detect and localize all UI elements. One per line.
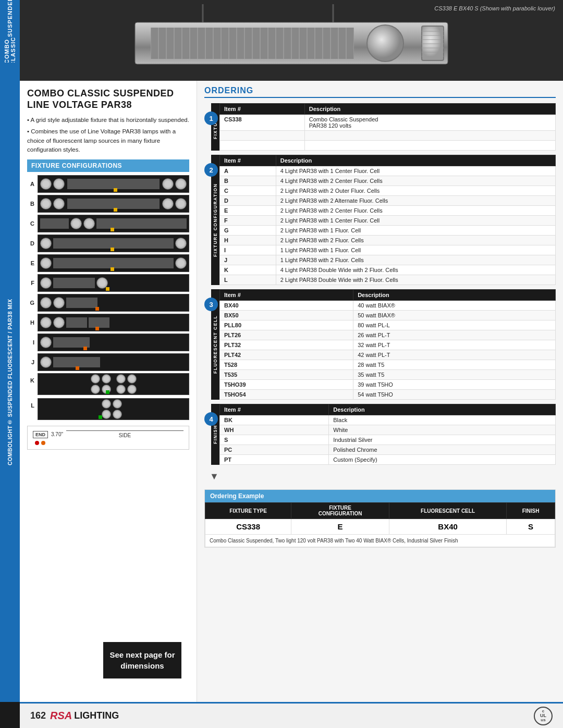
dot-red: [35, 441, 39, 445]
svg-point-32: [367, 25, 403, 61]
finish-table: Item # Description BKBlackWHWhiteSIndust…: [219, 404, 556, 465]
config-row-c: C: [27, 214, 189, 233]
fixture-vert-label: FIXTURE: [211, 103, 219, 151]
table-row: C2 Light PAR38 with 2 Outer Fluor. Cells: [220, 186, 556, 196]
ordering-example-header: Ordering Example: [205, 490, 555, 502]
section-1-number: 1: [204, 112, 218, 125]
fluor-header-item: Item #: [220, 290, 353, 301]
table-row: T52828 watt T5: [220, 360, 556, 370]
example-val-config: E: [291, 519, 389, 535]
finish-header-desc: Description: [329, 404, 556, 415]
table-row: BKBlack: [220, 415, 556, 425]
example-col-finish: FINISH: [507, 503, 555, 519]
table-row: A4 Light PAR38 with 1 Center Fluor. Cell: [220, 166, 556, 176]
example-col-fixture-config: FIXTURECONFIGURATION: [291, 503, 389, 519]
product-title: COMBO CLASSIC SUSPENDED LINE VOLTAGE PAR…: [27, 88, 189, 110]
content-body: COMBO CLASSIC SUSPENDED LINE VOLTAGE PAR…: [20, 81, 563, 702]
example-col-fixture-type: FIXTURE TYPE: [205, 503, 291, 519]
table-row: B4 Light PAR38 with 2 Center Fluor. Cell…: [220, 176, 556, 186]
right-panel: ORDERING 1 FIXTURE Item # Description CS…: [197, 81, 563, 702]
table-row: I1 Light PAR38 with 1 Fluor. Cell: [220, 245, 556, 255]
dim-side-label: SIDE: [119, 433, 131, 438]
config-row-k: K: [27, 373, 189, 397]
table-row: T5HO5454 watt T5HO: [220, 390, 556, 400]
sidebar-top-label: COMBO CLASSIC SUSPENDED: [0, 0, 20, 63]
table-row: G2 Light PAR38 with 1 Fluor. Cell: [220, 226, 556, 236]
fixture-header-desc: Description: [304, 104, 555, 115]
config-row-l: L: [27, 398, 189, 422]
config-row-h: H: [27, 313, 189, 332]
product-desc-1: • A grid style adjustable fixture that i…: [27, 116, 189, 125]
example-val-finish: S: [507, 519, 555, 535]
table-row: K4 Light PAR38 Double Wide with 2 Fluor.…: [220, 265, 556, 275]
table-row: F2 Light PAR38 with 1 Center Fluor. Cell: [220, 216, 556, 226]
table-row: PLL8080 watt PL-L: [220, 320, 556, 330]
config-row-f: F: [27, 274, 189, 292]
config-row-d: D: [27, 234, 189, 253]
config-list: A B: [27, 175, 189, 422]
ordering-title: ORDERING: [204, 86, 556, 98]
example-val-fixture-type: CS338: [205, 519, 291, 535]
table-row: T53535 watt T5: [220, 370, 556, 380]
example-table: FIXTURE TYPE FIXTURECONFIGURATION FLUORE…: [205, 502, 555, 535]
section-config: 2 FIXTURE CONFIGURATION Item # Descripti…: [204, 155, 556, 285]
fixture-table: Item # Description CS338 Combo Classic S…: [219, 103, 556, 151]
config-header-desc: Description: [276, 155, 555, 166]
left-panel: COMBO CLASSIC SUSPENDED LINE VOLTAGE PAR…: [20, 81, 197, 702]
product-photo: CS338 E BX40 S (Shown with parabolic lou…: [20, 0, 563, 81]
table-row: CS338 Combo Classic SuspendedPAR38 120 v…: [220, 115, 556, 131]
table-row: PLT4242 watt PL-T: [220, 350, 556, 360]
sidebar: COMBO CLASSIC SUSPENDED COMBOLIGHT® SUSP…: [0, 0, 20, 728]
section-4-number: 4: [204, 412, 218, 426]
table-row: WHWhite: [220, 425, 556, 435]
table-row: PLT3232 watt PL-T: [220, 340, 556, 350]
footer: 162 RSA LIGHTING c UL us: [20, 702, 563, 728]
footer-brand: RSA LIGHTING: [50, 710, 119, 722]
table-row: PLT2626 watt PL-T: [220, 330, 556, 340]
footer-page-number: 162: [30, 710, 46, 721]
table-row: L2 Light PAR38 Double Wide with 2 Fluor.…: [220, 275, 556, 285]
section-fluor: 3 FLUORESCENT CELL Item # Description BX…: [204, 289, 556, 400]
footer-lighting: LIGHTING: [74, 710, 119, 721]
config-diagram-a: [38, 175, 189, 193]
fixture-illustration: [109, 4, 474, 77]
example-row: CS338 E BX40 S: [205, 519, 555, 535]
next-page-box: See next page for dimensions: [103, 642, 181, 678]
down-arrow: ▼: [204, 469, 556, 484]
sidebar-bottom-label: COMBOLIGHT® SUSPENDED FLUORESCENT / PAR3…: [0, 63, 20, 702]
footer-rsa: RSA: [50, 710, 72, 722]
table-row: PCPolished Chrome: [220, 445, 556, 455]
fluor-header-desc: Description: [353, 290, 556, 301]
table-row: PTCustom (Specify): [220, 455, 556, 465]
table-row: BX4040 watt BIAX®: [220, 301, 556, 311]
config-row-e: E: [27, 254, 189, 273]
config-row-a: A: [27, 175, 189, 193]
table-row: [220, 131, 556, 141]
ordering-example: Ordering Example FIXTURE TYPE FIXTURECON…: [204, 489, 556, 548]
config-label-a: A: [27, 181, 34, 187]
config-table: Item # Description A4 Light PAR38 with 1…: [219, 155, 556, 285]
section-finish: 4 FINISH Item # Description BKBlackWHWhi…: [204, 404, 556, 465]
product-desc-2: • Combines the use of Line Voltage PAR38…: [27, 127, 189, 154]
finish-header-item: Item #: [220, 404, 329, 415]
table-row: SIndustrial Silver: [220, 435, 556, 445]
section-2-number: 2: [204, 163, 218, 177]
photo-caption: CS338 E BX40 S (Shown with parabolic lou…: [434, 5, 555, 11]
example-caption: Combo Classic Suspended, Two light 120 v…: [205, 535, 555, 547]
dim-measurement: 3.70": [51, 431, 63, 437]
config-header-item: Item #: [220, 155, 276, 166]
section-3-number: 3: [204, 298, 218, 311]
config-row-b: B: [27, 194, 189, 213]
table-row: H2 Light PAR38 with 2 Fluor. Cells: [220, 236, 556, 245]
config-row-i: I: [27, 333, 189, 352]
ul-certification: c UL us: [534, 707, 553, 725]
main-content: CS338 E BX40 S (Shown with parabolic lou…: [20, 0, 563, 728]
dimension-diagram: END 3.70" SIDE: [27, 426, 189, 450]
fixture-header-item: Item #: [220, 104, 305, 115]
table-row: BX5050 watt BIAX®: [220, 311, 556, 320]
dot-orange: [41, 441, 45, 445]
table-row: D2 Light PAR38 with 2 Alternate Fluor. C…: [220, 196, 556, 206]
ul-circle: c UL us: [534, 707, 553, 725]
config-row-j: J: [27, 353, 189, 372]
dim-end-label: END: [33, 431, 48, 438]
